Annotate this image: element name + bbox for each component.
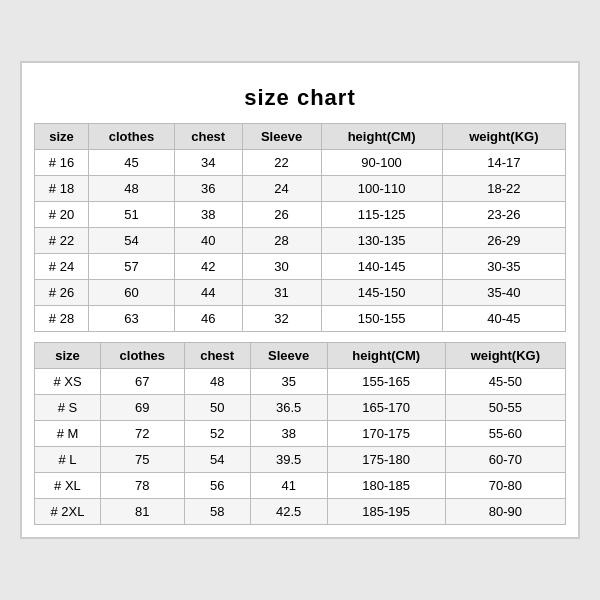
table-cell: 60	[89, 280, 175, 306]
table2-header: sizeclotheschestSleeveheight(CM)weight(K…	[35, 343, 566, 369]
table-cell: 185-195	[327, 499, 445, 525]
table-cell: # L	[35, 447, 101, 473]
table-cell: # 20	[35, 202, 89, 228]
table1-header-cell: height(CM)	[321, 124, 442, 150]
table-cell: 78	[100, 473, 184, 499]
table-cell: 45-50	[445, 369, 565, 395]
table-cell: # S	[35, 395, 101, 421]
table-cell: 51	[89, 202, 175, 228]
table-cell: 130-135	[321, 228, 442, 254]
table-cell: 69	[100, 395, 184, 421]
table-cell: 45	[89, 150, 175, 176]
table-cell: 22	[242, 150, 321, 176]
table-cell: # 18	[35, 176, 89, 202]
table-cell: # 26	[35, 280, 89, 306]
table-cell: 150-155	[321, 306, 442, 332]
table-cell: 46	[174, 306, 242, 332]
table-cell: 54	[89, 228, 175, 254]
table-cell: 35-40	[442, 280, 565, 306]
table-cell: 32	[242, 306, 321, 332]
table-cell: 40	[174, 228, 242, 254]
table-row: # L755439.5175-18060-70	[35, 447, 566, 473]
table-cell: # 2XL	[35, 499, 101, 525]
size-chart-card: size chart sizeclotheschestSleeveheight(…	[20, 61, 580, 539]
table-cell: # 22	[35, 228, 89, 254]
table-cell: 14-17	[442, 150, 565, 176]
table-gap	[34, 332, 566, 342]
table-cell: 145-150	[321, 280, 442, 306]
table-cell: 70-80	[445, 473, 565, 499]
table-cell: # 24	[35, 254, 89, 280]
table-cell: 26-29	[442, 228, 565, 254]
table-cell: 42	[174, 254, 242, 280]
table-row: # 22544028130-13526-29	[35, 228, 566, 254]
table-cell: 75	[100, 447, 184, 473]
table-cell: 44	[174, 280, 242, 306]
table-cell: # 16	[35, 150, 89, 176]
table-cell: 58	[184, 499, 250, 525]
chart-title: size chart	[34, 75, 566, 123]
table-cell: # 28	[35, 306, 89, 332]
table-cell: 24	[242, 176, 321, 202]
table-row: # 28634632150-15540-45	[35, 306, 566, 332]
table1-header-row: sizeclotheschestSleeveheight(CM)weight(K…	[35, 124, 566, 150]
table-cell: 55-60	[445, 421, 565, 447]
size-table-2: sizeclotheschestSleeveheight(CM)weight(K…	[34, 342, 566, 525]
table-cell: 38	[250, 421, 327, 447]
table2-header-row: sizeclotheschestSleeveheight(CM)weight(K…	[35, 343, 566, 369]
table1-header-cell: clothes	[89, 124, 175, 150]
table2-header-cell: height(CM)	[327, 343, 445, 369]
table-cell: 63	[89, 306, 175, 332]
table-cell: 40-45	[442, 306, 565, 332]
table-cell: 60-70	[445, 447, 565, 473]
table-cell: 180-185	[327, 473, 445, 499]
table-cell: 90-100	[321, 150, 442, 176]
table-cell: 42.5	[250, 499, 327, 525]
table-row: # 1645342290-10014-17	[35, 150, 566, 176]
table-row: # S695036.5165-17050-55	[35, 395, 566, 421]
table2-body: # XS674835155-16545-50# S695036.5165-170…	[35, 369, 566, 525]
table-cell: 30-35	[442, 254, 565, 280]
table-cell: 41	[250, 473, 327, 499]
table-cell: 30	[242, 254, 321, 280]
table2-header-cell: chest	[184, 343, 250, 369]
table1-header-cell: size	[35, 124, 89, 150]
table-cell: 57	[89, 254, 175, 280]
table-cell: 31	[242, 280, 321, 306]
table-cell: 39.5	[250, 447, 327, 473]
table2-header-cell: clothes	[100, 343, 184, 369]
table-cell: 100-110	[321, 176, 442, 202]
table-cell: 170-175	[327, 421, 445, 447]
table-row: # 24574230140-14530-35	[35, 254, 566, 280]
table-cell: 54	[184, 447, 250, 473]
table1-header-cell: Sleeve	[242, 124, 321, 150]
table1-header-cell: weight(KG)	[442, 124, 565, 150]
table-row: # 18483624100-11018-22	[35, 176, 566, 202]
table-cell: 23-26	[442, 202, 565, 228]
table-cell: 50	[184, 395, 250, 421]
table-cell: 155-165	[327, 369, 445, 395]
table1-header: sizeclotheschestSleeveheight(CM)weight(K…	[35, 124, 566, 150]
table-cell: 80-90	[445, 499, 565, 525]
table-cell: 36.5	[250, 395, 327, 421]
table-cell: 48	[89, 176, 175, 202]
table-cell: 115-125	[321, 202, 442, 228]
table-cell: 140-145	[321, 254, 442, 280]
table-row: # M725238170-17555-60	[35, 421, 566, 447]
table-cell: 36	[174, 176, 242, 202]
table-row: # XS674835155-16545-50	[35, 369, 566, 395]
table-cell: # M	[35, 421, 101, 447]
table-row: # XL785641180-18570-80	[35, 473, 566, 499]
table1-body: # 1645342290-10014-17# 18483624100-11018…	[35, 150, 566, 332]
size-table-1: sizeclotheschestSleeveheight(CM)weight(K…	[34, 123, 566, 332]
table-cell: 52	[184, 421, 250, 447]
table-cell: 48	[184, 369, 250, 395]
table-cell: 175-180	[327, 447, 445, 473]
table-cell: 72	[100, 421, 184, 447]
table-cell: 26	[242, 202, 321, 228]
table-cell: 35	[250, 369, 327, 395]
table-cell: 165-170	[327, 395, 445, 421]
table2-header-cell: weight(KG)	[445, 343, 565, 369]
table-cell: 56	[184, 473, 250, 499]
table1-header-cell: chest	[174, 124, 242, 150]
